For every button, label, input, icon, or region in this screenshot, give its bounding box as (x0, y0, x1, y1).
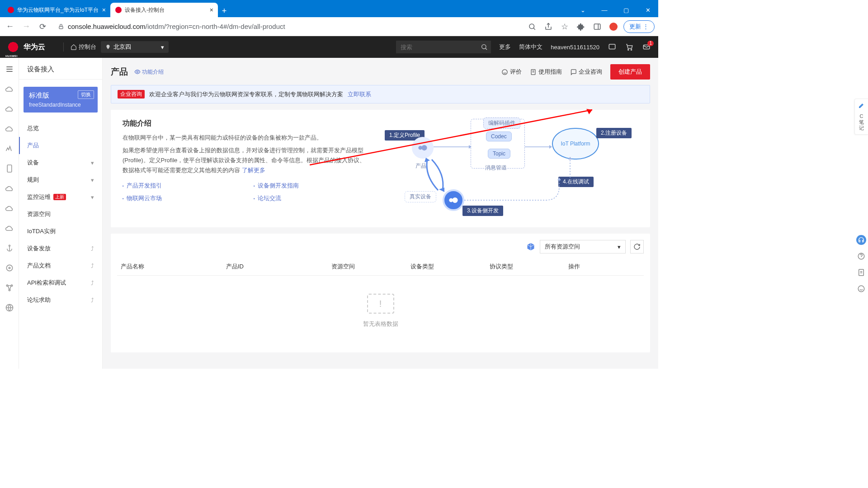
minimize-icon[interactable]: ― (594, 3, 615, 17)
resource-space-select[interactable]: 所有资源空间 ▾ (540, 240, 626, 253)
address-bar[interactable]: console.huaweicloud.com/iotdm/?region=cn… (52, 20, 522, 33)
diagram-arrow-icon (567, 157, 573, 178)
extensions-icon[interactable] (575, 20, 587, 33)
icon-rail (0, 58, 19, 369)
link-forum[interactable]: 论坛交流 (254, 194, 371, 202)
maximize-icon[interactable]: ▢ (616, 3, 637, 17)
close-icon[interactable]: × (102, 6, 106, 14)
zoom-icon[interactable] (526, 20, 538, 33)
svg-point-8 (482, 45, 486, 49)
nav-overview[interactable]: 总览 (19, 120, 102, 137)
cloud-icon[interactable] (5, 124, 14, 134)
chevron-down-icon: ▾ (91, 177, 94, 183)
refresh-button[interactable] (630, 240, 644, 253)
nav-product[interactable]: 产品 (19, 137, 102, 154)
brand-logo[interactable]: 华为云 (7, 41, 45, 53)
cloud-icon[interactable] (5, 223, 14, 233)
smile-icon (501, 69, 508, 75)
nav-api-explorer[interactable]: API检索和调试⤴ (19, 274, 102, 291)
nav-monitor[interactable]: 监控运维上新▾ (19, 188, 102, 206)
search-button[interactable] (477, 41, 491, 53)
huawei-favicon-icon (7, 6, 14, 14)
search-icon (481, 43, 488, 51)
anchor-icon[interactable] (5, 243, 14, 253)
svg-point-12 (631, 49, 632, 50)
nav-product-docs[interactable]: 产品文档⤴ (19, 257, 102, 274)
region-selector[interactable]: 北京四 ▾ (101, 41, 169, 53)
globe-icon[interactable] (5, 303, 14, 313)
create-product-button[interactable]: 创建产品 (610, 64, 650, 80)
monitor-icon[interactable] (5, 144, 14, 154)
close-icon[interactable]: × (210, 6, 213, 14)
target-icon[interactable] (5, 263, 14, 273)
refresh-icon (633, 243, 641, 250)
more-link[interactable]: 更多 (499, 43, 511, 51)
device-icon[interactable] (5, 164, 14, 174)
browser-tab-active[interactable]: 设备接入-控制台 × (110, 3, 218, 17)
share-icon[interactable] (542, 20, 555, 33)
link-device-dev-guide[interactable]: 设备侧开发指南 (254, 182, 371, 190)
link-product-dev-guide[interactable]: 产品开发指引 (123, 182, 240, 190)
new-tab-button[interactable]: + (218, 5, 231, 17)
svg-rect-6 (594, 24, 600, 29)
guide-button[interactable]: 使用指南 (530, 68, 562, 76)
col-action: 操作 (565, 258, 644, 276)
nav-iotda-instance[interactable]: IoTDA实例 (19, 223, 102, 240)
diagram-arrow-icon (525, 144, 552, 150)
nav-rules[interactable]: 规则▾ (19, 171, 102, 188)
nav-device-provision[interactable]: 设备发放⤴ (19, 240, 102, 257)
intro-p1: 在物联网平台中，某一类具有相同能力或特征的设备的合集被称为一款产品。 (123, 133, 371, 143)
instance-switch-button[interactable]: 切换 (78, 90, 94, 99)
nav-forum[interactable]: 论坛求助⤴ (19, 291, 102, 309)
devices-icon[interactable] (608, 42, 617, 52)
intro-links: 产品开发指引 设备侧开发指南 物联网云市场 论坛交流 (123, 182, 371, 202)
mail-icon[interactable]: 1 (642, 42, 651, 52)
cloud-icon[interactable] (5, 84, 14, 94)
menu-toggle-icon[interactable] (5, 64, 14, 74)
reload-icon[interactable]: ⟳ (36, 20, 49, 33)
browser-tab-inactive[interactable]: 华为云物联网平台_华为云IoT平台 × (3, 3, 110, 17)
nav-label: 设备 (27, 159, 39, 167)
svg-point-21 (9, 267, 10, 268)
forward-icon[interactable]: → (20, 20, 33, 33)
cart-icon[interactable] (625, 42, 634, 52)
enterprise-alert: 企业咨询 欢迎企业客户与我们华为云物联网资深专家联系，定制专属物联网解决方案 立… (111, 85, 650, 103)
external-link-icon: ⤴ (91, 245, 94, 252)
enterprise-button[interactable]: 企业咨询 (570, 68, 602, 76)
lang-selector[interactable]: 简体中文 (519, 43, 542, 51)
col-device-type: 设备类型 (407, 258, 486, 276)
url-path: /iotdm/?region=cn-north-4#/dm-dev/all-pr… (146, 23, 285, 30)
link-iot-market[interactable]: 物联网云市场 (123, 194, 240, 202)
nav-resource-space[interactable]: 资源空间 (19, 206, 102, 223)
side-panel-icon[interactable] (591, 20, 604, 33)
nav-device[interactable]: 设备▾ (19, 154, 102, 171)
console-link[interactable]: 控制台 (71, 43, 96, 51)
diagram-step2: 2.注册设备 (596, 128, 632, 138)
nav-list: 总览 产品 设备▾ 规则▾ 监控运维上新▾ 资源空间 IoTDA实例 设备发放⤴… (19, 120, 102, 309)
diagram-codec: Codec (486, 131, 512, 141)
cloud-icon[interactable] (5, 183, 14, 193)
rate-button[interactable]: 评价 (501, 68, 522, 76)
star-icon[interactable]: ☆ (558, 20, 571, 33)
cloud-icon[interactable] (5, 104, 14, 114)
learn-more-link[interactable]: 了解更多 (242, 167, 265, 174)
chevron-down-icon[interactable]: ⌄ (572, 3, 593, 17)
profile-icon[interactable] (607, 20, 620, 33)
alert-link[interactable]: 立即联系 (348, 90, 371, 99)
chevron-down-icon: ▾ (91, 194, 94, 201)
nodes-icon[interactable] (5, 283, 14, 293)
page-title: 产品 (111, 66, 128, 78)
func-intro-link[interactable]: 功能介绍 (134, 68, 164, 76)
diagram-product-node (412, 137, 434, 159)
select-label: 所有资源空间 (545, 243, 580, 251)
external-link-icon: ⤴ (91, 280, 94, 286)
search-input[interactable] (396, 41, 477, 53)
svg-point-11 (628, 49, 629, 50)
back-icon[interactable]: ← (4, 20, 16, 33)
huawei-favicon-icon (115, 6, 122, 14)
cloud-icon[interactable] (5, 203, 14, 213)
user-name[interactable]: heaven511611520 (551, 44, 599, 51)
product-table: 产品名称 产品ID 资源空间 设备类型 协议类型 操作 (117, 258, 644, 276)
close-icon[interactable]: ✕ (637, 3, 658, 17)
update-button[interactable]: 更新 ⋮ (623, 20, 655, 33)
